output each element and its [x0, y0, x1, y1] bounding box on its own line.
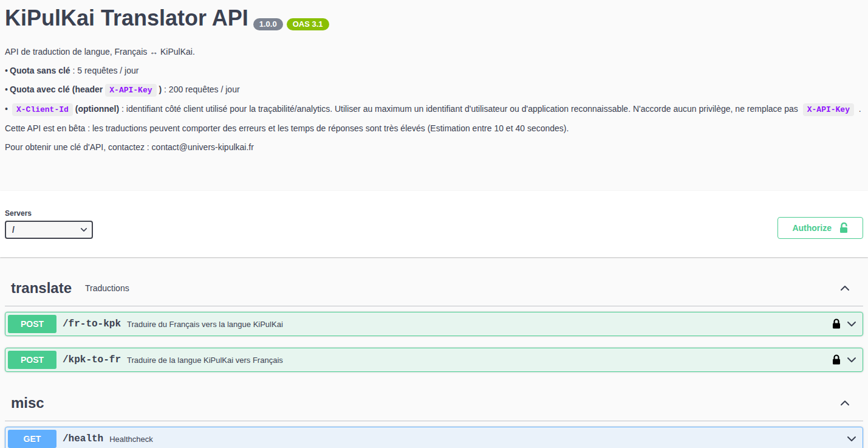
bullet-text: . — [856, 104, 861, 114]
bullet-text: : identifiant côté client utilisé pour l… — [119, 104, 801, 114]
scheme-container: Servers / Authorize — [0, 191, 868, 257]
operation-path[interactable]: /fr-to-kpk — [63, 319, 121, 329]
version-badge: 1.0.0 — [253, 18, 283, 30]
operation-row-kpk-to-fr[interactable]: POST /kpk-to-fr Traduire de la langue Ki… — [5, 348, 863, 372]
server-select-wrap: / — [5, 221, 93, 239]
chevron-up-icon[interactable] — [839, 282, 851, 294]
bullet-marker: • — [5, 84, 10, 95]
page-title: KiPulKai Translator API1.0.0OAS 3.1 — [5, 5, 863, 33]
authorize-button[interactable]: Authorize — [777, 217, 863, 239]
operations-list: POST /fr-to-kpk Traduire du Français ver… — [5, 306, 863, 372]
beta-note: Cette API est en bêta : les traductions … — [5, 123, 863, 134]
section-description: Traductions — [85, 283, 129, 293]
unlock-icon — [839, 222, 849, 233]
lock-icon[interactable] — [832, 319, 841, 329]
operations-wrapper: translate Traductions POST /fr-to-kpk Tr… — [0, 271, 868, 448]
section-misc: misc GET /health Healthcheck — [5, 385, 863, 448]
method-badge[interactable]: POST — [8, 315, 56, 333]
bullet-marker: • — [5, 65, 10, 77]
servers-block: Servers / — [5, 209, 93, 239]
bullet-bold-text: (optionnel) — [75, 104, 119, 114]
bullet-text: : 200 requêtes / jour — [162, 84, 239, 94]
bullet-bold-text: Quota avec clé (header — [10, 84, 103, 94]
authorize-label: Authorize — [792, 223, 832, 233]
description-intro: API de traduction de langue, Français ↔ … — [5, 46, 863, 58]
bullet-client-id: •X-Client-Id(optionnel) : identifiant cô… — [5, 103, 863, 115]
api-title-text: KiPulKai Translator API — [5, 5, 248, 30]
operation-summary: Traduire du Français vers la langue KiPu… — [127, 320, 283, 329]
client-id-code-chip: X-Client-Id — [12, 103, 73, 116]
bullet-marker: • — [5, 103, 10, 115]
server-select[interactable]: / — [5, 221, 93, 239]
operations-list: GET /health Healthcheck — [5, 421, 863, 448]
servers-label: Servers — [5, 209, 93, 218]
api-key-code-chip: X-API-Key — [105, 84, 156, 97]
operation-summary: Traduire de la langue KiPulKai vers Fran… — [127, 356, 283, 365]
title-badges: 1.0.0OAS 3.1 — [253, 6, 333, 33]
method-badge[interactable]: GET — [8, 430, 56, 448]
oas-badge: OAS 3.1 — [287, 18, 329, 30]
bullet-text: : 5 requêtes / jour — [70, 66, 139, 75]
section-header-misc[interactable]: misc — [5, 385, 863, 421]
bullet-quota-with-key: •Quota avec clé (headerX-API-Key) : 200 … — [5, 84, 863, 96]
information-container: KiPulKai Translator API1.0.0OAS 3.1 API … — [0, 0, 868, 191]
section-title: translate — [11, 279, 72, 297]
section-translate: translate Traductions POST /fr-to-kpk Tr… — [5, 271, 863, 372]
operation-row-fr-to-kpk[interactable]: POST /fr-to-kpk Traduire du Français ver… — [5, 312, 863, 336]
chevron-down-icon[interactable] — [846, 433, 858, 445]
operation-summary: Healthcheck — [109, 435, 153, 444]
method-badge[interactable]: POST — [8, 351, 56, 369]
lock-icon[interactable] — [832, 354, 841, 365]
operation-path[interactable]: /health — [63, 433, 103, 444]
bullet-bold-text: Quota sans clé — [10, 66, 70, 75]
contact-note: Pour obtenir une clé d'API, contactez : … — [5, 142, 863, 153]
chevron-up-icon[interactable] — [839, 397, 851, 409]
chevron-down-icon[interactable] — [846, 318, 858, 330]
section-title: misc — [11, 394, 44, 412]
operation-path[interactable]: /kpk-to-fr — [63, 354, 121, 365]
operation-row-health[interactable]: GET /health Healthcheck — [5, 427, 863, 448]
auth-wrapper: Authorize — [777, 217, 863, 239]
section-header-translate[interactable]: translate Traductions — [5, 271, 863, 306]
chevron-down-icon[interactable] — [846, 354, 858, 366]
api-description: API de traduction de langue, Français ↔ … — [5, 46, 863, 153]
bullet-quota-no-key: •Quota sans clé : 5 requêtes / jour — [5, 65, 863, 77]
description-bullets: •Quota sans clé : 5 requêtes / jour •Quo… — [5, 65, 863, 115]
api-key-code-chip: X-API-Key — [803, 103, 854, 116]
